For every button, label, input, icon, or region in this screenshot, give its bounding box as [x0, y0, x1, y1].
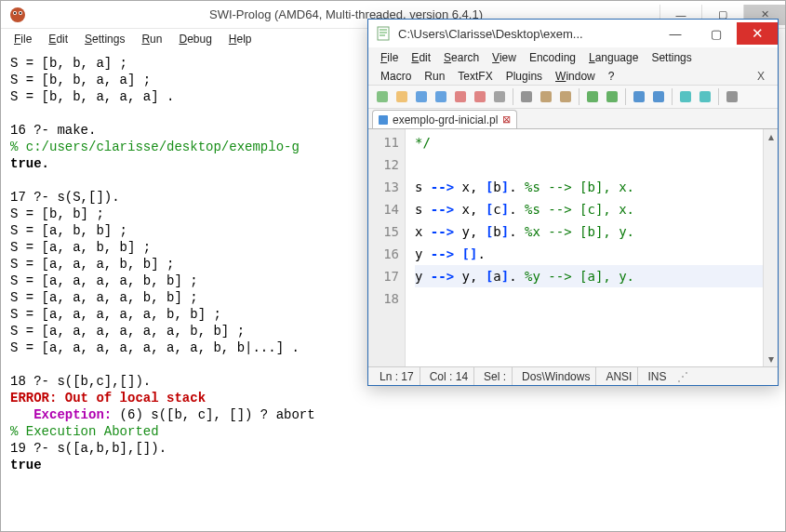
- svg-point-0: [10, 7, 25, 22]
- npp-titlebar[interactable]: C:\Users\Clarisse\Desktop\exem... — ▢ ✕: [368, 20, 778, 47]
- zoom-in-icon[interactable]: [677, 88, 694, 105]
- npp-menu-plugins[interactable]: Plugins: [500, 68, 549, 85]
- status-eol: Dos\Windows: [516, 367, 596, 385]
- print-icon[interactable]: [491, 88, 508, 105]
- save-all-icon[interactable]: [433, 88, 449, 105]
- npp-menu-encoding[interactable]: Encoding: [523, 49, 582, 66]
- line-number: 17: [370, 265, 399, 287]
- toolbar-separator: [672, 88, 673, 105]
- svg-rect-17: [606, 91, 618, 102]
- replace-icon[interactable]: [650, 88, 667, 105]
- resize-grip-icon[interactable]: ⋰: [675, 370, 688, 383]
- paste-icon[interactable]: [557, 88, 574, 105]
- line-number: 13: [370, 176, 399, 198]
- tab-close-icon[interactable]: ⊠: [502, 113, 511, 126]
- toolbar-separator: [718, 88, 719, 105]
- more-icon[interactable]: [724, 88, 740, 105]
- npp-tabstrip: exemplo-grd-inicial.pl ⊠: [368, 109, 778, 129]
- svg-rect-12: [494, 91, 505, 102]
- status-insert-mode: INS: [642, 367, 672, 385]
- cut-icon[interactable]: [518, 88, 535, 105]
- file-saved-icon: [379, 115, 388, 125]
- npp-menu-close-x[interactable]: X: [750, 68, 772, 85]
- svg-rect-22: [726, 91, 738, 102]
- npp-minimize-button[interactable]: —: [655, 22, 696, 45]
- svg-point-3: [14, 12, 16, 14]
- npp-toolbar: [368, 85, 778, 109]
- code-line[interactable]: s --> x, [c]. %s --> [c], x.: [415, 198, 763, 220]
- line-number: 15: [370, 220, 399, 243]
- vertical-scrollbar[interactable]: ▴ ▾: [763, 129, 778, 366]
- svg-rect-9: [435, 91, 446, 102]
- menu-edit[interactable]: Edit: [41, 31, 75, 47]
- code-line[interactable]: */: [415, 131, 763, 153]
- new-file-icon[interactable]: [374, 88, 391, 105]
- code-editor[interactable]: */ s --> x, [b]. %s --> [b], x.s --> x, …: [406, 129, 763, 366]
- status-line: Ln : 17: [374, 367, 420, 385]
- code-line[interactable]: y --> [].: [415, 243, 763, 265]
- npp-title: C:\Users\Clarisse\Desktop\exem...: [398, 27, 655, 41]
- svg-rect-7: [396, 91, 407, 102]
- npp-menu-file[interactable]: File: [374, 49, 405, 66]
- menu-debug[interactable]: Debug: [171, 31, 219, 47]
- npp-menu-edit[interactable]: Edit: [405, 49, 437, 66]
- npp-menu-view[interactable]: View: [486, 49, 523, 66]
- close-all-icon[interactable]: [472, 88, 488, 105]
- npp-menu-help[interactable]: ?: [602, 68, 621, 85]
- status-col: Col : 14: [424, 367, 474, 385]
- svg-rect-14: [540, 91, 552, 102]
- scroll-up-icon[interactable]: ▴: [764, 129, 778, 144]
- menu-run[interactable]: Run: [134, 31, 169, 47]
- npp-menu-run[interactable]: Run: [418, 68, 451, 85]
- line-number: 14: [370, 198, 399, 220]
- npp-tab-active[interactable]: exemplo-grd-inicial.pl ⊠: [372, 110, 517, 128]
- svg-rect-16: [587, 91, 598, 102]
- notepadpp-window[interactable]: C:\Users\Clarisse\Desktop\exem... — ▢ ✕ …: [367, 19, 779, 386]
- npp-menubar-row1: File Edit Search View Encoding Language …: [368, 47, 778, 66]
- npp-menubar-row2: Macro Run TextFX Plugins Window ? X: [368, 66, 778, 85]
- svg-rect-6: [377, 91, 388, 102]
- toolbar-separator: [625, 88, 626, 105]
- svg-rect-8: [416, 91, 427, 102]
- npp-menu-macro[interactable]: Macro: [374, 68, 418, 85]
- npp-menu-window[interactable]: Window: [549, 68, 602, 85]
- svg-rect-11: [474, 91, 486, 102]
- copy-icon[interactable]: [538, 88, 554, 105]
- npp-maximize-button[interactable]: ▢: [696, 22, 737, 45]
- menu-settings[interactable]: Settings: [77, 31, 132, 47]
- owl-icon: [8, 6, 27, 24]
- menu-file[interactable]: File: [7, 31, 39, 47]
- save-icon[interactable]: [413, 88, 430, 105]
- npp-menu-language[interactable]: Language: [582, 49, 645, 66]
- undo-icon[interactable]: [584, 88, 601, 105]
- code-line[interactable]: [415, 153, 763, 176]
- npp-menu-settings[interactable]: Settings: [645, 49, 698, 66]
- npp-statusbar: Ln : 17 Col : 14 Sel : Dos\Windows ANSI …: [368, 366, 778, 385]
- npp-editor-body: 1112131415161718 */ s --> x, [b]. %s -->…: [368, 129, 778, 366]
- toolbar-separator: [579, 88, 580, 105]
- line-number-gutter: 1112131415161718: [368, 129, 406, 366]
- svg-rect-15: [560, 91, 571, 102]
- code-line[interactable]: s --> x, [b]. %s --> [b], x.: [415, 176, 763, 198]
- code-line[interactable]: x --> y, [b]. %x --> [b], y.: [415, 220, 763, 243]
- svg-rect-20: [680, 91, 691, 102]
- status-encoding: ANSI: [600, 367, 638, 385]
- close-icon[interactable]: [452, 88, 469, 105]
- menu-help[interactable]: Help: [221, 31, 260, 47]
- npp-close-button[interactable]: ✕: [737, 22, 778, 45]
- find-icon[interactable]: [631, 88, 647, 105]
- npp-menu-textfx[interactable]: TextFX: [451, 68, 499, 85]
- svg-rect-5: [378, 27, 389, 40]
- npp-menu-search[interactable]: Search: [437, 49, 486, 66]
- svg-rect-10: [455, 91, 466, 102]
- scroll-down-icon[interactable]: ▾: [764, 352, 778, 366]
- code-line[interactable]: y --> y, [a]. %y --> [a], y.: [415, 265, 763, 287]
- zoom-out-icon[interactable]: [697, 88, 713, 105]
- redo-icon[interactable]: [604, 88, 620, 105]
- line-number: 12: [370, 153, 399, 176]
- code-line[interactable]: [415, 287, 763, 310]
- svg-rect-21: [699, 91, 711, 102]
- open-icon[interactable]: [393, 88, 410, 105]
- status-sel: Sel :: [478, 367, 513, 385]
- line-number: 18: [370, 287, 399, 310]
